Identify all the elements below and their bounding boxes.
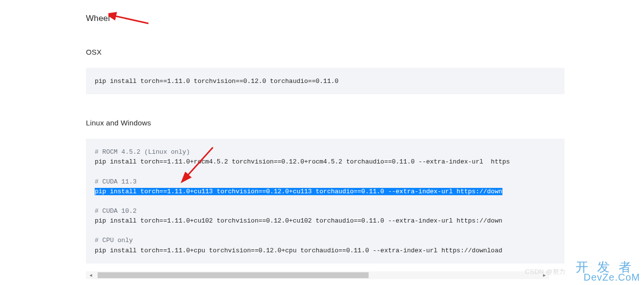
heading-wheel: Wheel xyxy=(86,14,564,23)
code-line: pip install torch==1.11.0+rocm4.5.2 torc… xyxy=(95,158,510,165)
heading-linux-windows: Linux and Windows xyxy=(86,119,564,127)
code-line: pip install torch==1.11.0+cu102 torchvis… xyxy=(95,217,502,224)
code-block-linux-windows[interactable]: # ROCM 4.5.2 (Linux only) pip install to… xyxy=(86,139,564,264)
code-comment: # CUDA 11.3 xyxy=(95,178,137,185)
horizontal-scrollbar[interactable]: ◄ ► xyxy=(86,271,549,279)
code-line-selected[interactable]: pip install torch==1.11.0+cu113 torchvis… xyxy=(95,188,502,195)
csdn-watermark: CSDN @努力 xyxy=(525,267,566,276)
site-watermark: 开发者 DevZe.CoM xyxy=(576,261,640,282)
scrollbar-thumb[interactable] xyxy=(98,272,369,278)
code-comment: # ROCM 4.5.2 (Linux only) xyxy=(95,148,190,156)
code-comment: # CPU only xyxy=(95,237,133,244)
page-root: { "headings": { "wheel": "Wheel", "osx":… xyxy=(0,0,644,285)
code-line: pip install torch==1.11.0 torchvision==0… xyxy=(95,78,338,85)
code-comment: # CUDA 10.2 xyxy=(95,207,137,215)
code-block-osx[interactable]: pip install torch==1.11.0 torchvision==0… xyxy=(86,68,564,94)
scroll-left-arrow-icon[interactable]: ◄ xyxy=(87,271,95,279)
watermark-en: DevZe.CoM xyxy=(576,272,640,282)
code-line: pip install torch==1.11.0+cpu torchvisio… xyxy=(95,247,502,254)
heading-osx: OSX xyxy=(86,48,564,56)
document-content: Wheel OSX pip install torch==1.11.0 torc… xyxy=(86,0,564,264)
